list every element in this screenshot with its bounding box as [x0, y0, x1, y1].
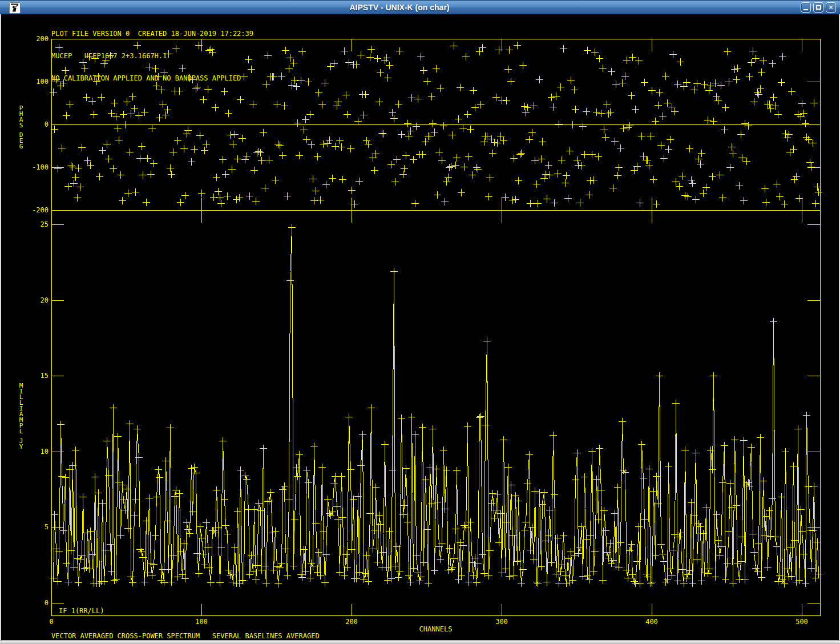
svg-text:100: 100: [36, 78, 49, 86]
svg-text:15: 15: [41, 372, 49, 380]
svg-text:200: 200: [36, 35, 49, 43]
svg-text:10: 10: [41, 448, 49, 456]
svg-text:400: 400: [645, 618, 658, 626]
amplitude-spectrum: [50, 224, 822, 587]
svg-text:-100: -100: [32, 163, 49, 171]
window-border-left[interactable]: [0, 14, 1, 640]
window-border-bottom[interactable]: [0, 640, 840, 644]
svg-text:0: 0: [45, 120, 49, 128]
svg-text:200: 200: [345, 618, 358, 626]
if-polarization-label: IF 1(RR/LL): [59, 607, 104, 615]
spectrum-plot: 2001000-100-2000510152025010020030040050…: [0, 0, 840, 644]
svg-text:0: 0: [49, 618, 53, 626]
axis-ticks: [51, 39, 820, 615]
svg-text:100: 100: [195, 618, 208, 626]
plot-footer: VECTOR AVERAGED CROSS-POWER SPECTRUM SEV…: [51, 632, 320, 640]
svg-text:25: 25: [41, 220, 49, 228]
amplitude-axis-title: MILLIAMPLJY: [17, 383, 26, 450]
svg-text:300: 300: [495, 618, 508, 626]
svg-text:0: 0: [45, 599, 49, 607]
svg-text:5: 5: [45, 523, 49, 531]
panel-frames: [51, 39, 821, 616]
svg-text:20: 20: [41, 296, 49, 304]
svg-text:-200: -200: [32, 206, 49, 214]
aipstv-window: AIPSTV - UNIX-K (on char) ✕ PLOT FILE VE…: [0, 0, 840, 644]
svg-text:500: 500: [795, 618, 808, 626]
phase-axis-title: PHASDEG: [17, 106, 26, 150]
